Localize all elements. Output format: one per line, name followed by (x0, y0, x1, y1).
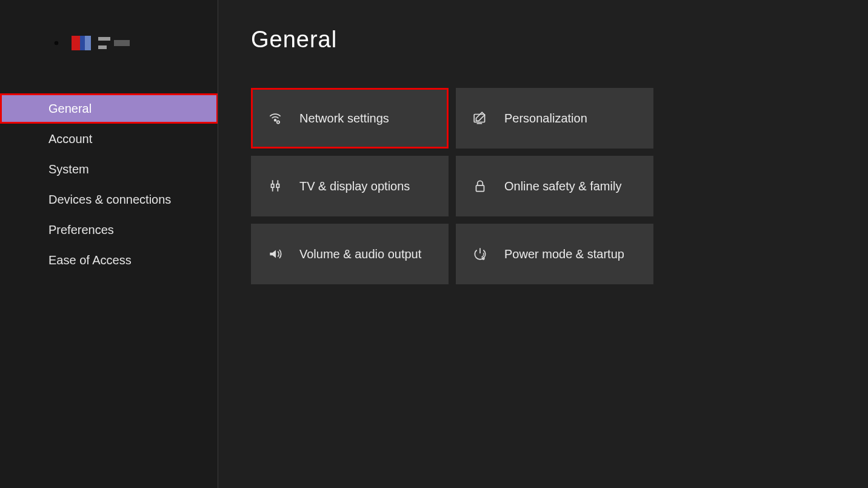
page-title: General (251, 27, 868, 53)
tile-label: Power mode & startup (504, 247, 624, 261)
svg-point-0 (55, 41, 59, 45)
sidebar-nav: General Account System Devices & connect… (0, 93, 218, 275)
sidebar-item-system[interactable]: System (0, 154, 218, 184)
sidebar-item-general[interactable]: General (0, 93, 218, 124)
tile-network-settings[interactable]: Network settings (251, 88, 449, 149)
sidebar-item-account[interactable]: Account (0, 124, 218, 154)
sidebar-item-ease-of-access[interactable]: Ease of Access (0, 245, 218, 275)
sidebar-item-label: Devices & connections (48, 193, 171, 207)
sidebar-divider (218, 0, 218, 488)
sidebar-item-label: Account (48, 132, 92, 146)
sidebar: General Account System Devices & connect… (0, 0, 218, 488)
gear-icon (48, 35, 64, 51)
tile-label: Online safety & family (504, 179, 621, 193)
svg-rect-6 (476, 186, 484, 192)
svg-rect-4 (272, 184, 274, 187)
tile-label: Network settings (299, 112, 389, 125)
tile-label: Personalization (504, 112, 587, 125)
volume-icon (267, 246, 284, 262)
sidebar-item-label: General (48, 102, 92, 116)
tile-online-safety[interactable]: Online safety & family (456, 156, 653, 216)
tile-volume-audio[interactable]: Volume & audio output (251, 224, 449, 284)
settings-app: General Account System Devices & connect… (0, 0, 868, 488)
sidebar-item-label: Preferences (48, 223, 114, 237)
sidebar-item-label: System (48, 162, 89, 176)
personalization-icon (472, 110, 489, 127)
sidebar-item-label: Ease of Access (48, 253, 132, 267)
lock-icon (472, 178, 489, 195)
tile-label: TV & display options (299, 179, 410, 193)
tile-label: Volume & audio output (299, 247, 421, 261)
tile-power-mode[interactable]: Power mode & startup (456, 224, 653, 284)
main-content: General Network settings Personalization… (218, 0, 868, 488)
gamertag-redacted (98, 37, 130, 49)
display-icon (267, 178, 284, 195)
sidebar-item-preferences[interactable]: Preferences (0, 215, 218, 245)
avatar-picture (72, 36, 91, 50)
avatar (72, 36, 130, 50)
sidebar-header (0, 0, 218, 51)
svg-rect-5 (276, 184, 279, 187)
svg-point-1 (275, 119, 276, 121)
tile-tv-display[interactable]: TV & display options (251, 156, 449, 216)
svg-point-2 (277, 121, 279, 123)
tile-grid: Network settings Personalization TV & di… (251, 88, 868, 284)
network-icon (267, 110, 284, 127)
sidebar-item-devices[interactable]: Devices & connections (0, 184, 218, 215)
power-icon (472, 246, 489, 262)
tile-personalization[interactable]: Personalization (456, 88, 653, 149)
